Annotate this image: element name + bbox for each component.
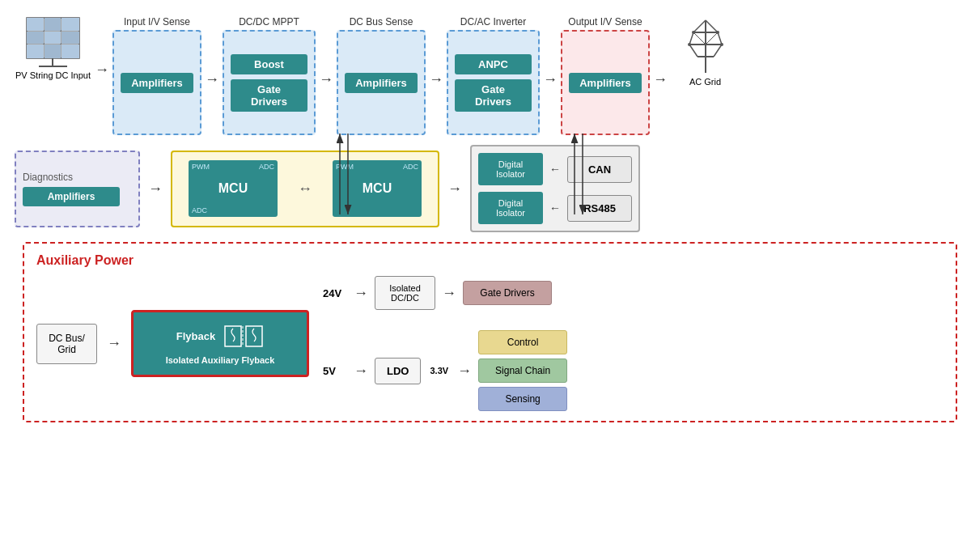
svg-rect-13 (61, 45, 79, 58)
inverter-anpc: ANPC (455, 54, 532, 74)
control-target: Control (478, 330, 567, 354)
svg-rect-6 (45, 18, 61, 31)
diagnostics-amplifiers: Amplifiers (23, 187, 120, 206)
dcbus-amplifiers: Amplifiers (345, 73, 418, 93)
arrow-dcdc-to-targets: → (442, 285, 456, 302)
svg-point-30 (688, 43, 691, 46)
rs485-box: RS485 (567, 195, 632, 222)
svg-line-25 (714, 45, 722, 57)
isolated-dcdc-label: Isolated DC/DC (389, 283, 421, 303)
inverter-label: DC/AC Inverter (460, 16, 526, 28)
svg-line-24 (689, 45, 698, 57)
arrow-mppt-to-dcbus: → (319, 71, 333, 88)
mppt-label: DC/DC MPPT (239, 16, 299, 28)
svg-line-27 (706, 32, 718, 45)
svg-point-31 (720, 43, 723, 46)
inverter-gate-drivers: Gate Drivers (455, 79, 532, 112)
arrow-mcu1-to-mcu2: ↔ (298, 180, 312, 197)
v5-label: 5V (323, 365, 347, 377)
svg-rect-11 (27, 45, 44, 58)
ldo-box: LDO (375, 358, 421, 384)
signal-chain-label: Signal Chain (495, 365, 550, 376)
input-amplifiers: Amplifiers (121, 73, 193, 93)
signal-chain-target: Signal Chain (478, 358, 567, 383)
arrow-pv-to-input: → (95, 62, 109, 78)
v33-label: 3.3V (430, 366, 448, 375)
ac-grid-icon (677, 16, 734, 77)
mcu2-main-label: MCU (363, 181, 392, 196)
aux-power-title: Auxiliary Power (36, 253, 943, 268)
svg-rect-9 (45, 32, 61, 44)
svg-line-20 (693, 20, 706, 32)
auxiliary-power-section: Auxiliary Power DC Bus/ Grid → Flyback (23, 242, 957, 422)
mcu2-pwm-label: PWM (336, 163, 354, 171)
arrow-diag-to-mcu: → (148, 180, 163, 197)
ldo-label: LDO (387, 365, 409, 377)
arrow-output-to-grid: → (653, 71, 668, 88)
arrow-iso1: ← (549, 163, 561, 176)
dcbus-sense-block: DC Bus Sense Amplifiers (337, 16, 426, 135)
arrow-dcbus-to-flyback: → (107, 335, 121, 352)
gate-drivers-target-label: Gate Drivers (480, 287, 534, 299)
diagnostics-label: Diagnostics (23, 172, 73, 183)
mcu1-adc-label-bl: ADC (192, 206, 207, 214)
ac-grid-label: AC Grid (689, 77, 721, 87)
dcdc-mppt-block: DC/DC MPPT Boost Gate Drivers (223, 16, 316, 135)
svg-rect-5 (27, 18, 44, 31)
input-iv-sense-block: Input I/V Sense Amplifiers (112, 16, 201, 135)
arrow-mcu2-to-comms: → (447, 180, 462, 197)
pv-string-block: PV String DC Input (15, 16, 91, 80)
svg-line-21 (706, 20, 718, 32)
rs485-row: Digital Isolator ← RS485 (478, 192, 632, 224)
v24-label: 24V (323, 287, 347, 299)
pv-icon (23, 16, 83, 69)
flyback-subtitle: Isolated Auxiliary Flyback (166, 355, 275, 365)
comms-section: Digital Isolator ← CAN Digital Isolator … (470, 145, 640, 232)
transformer-icon (223, 322, 264, 350)
can-box: CAN (567, 156, 632, 183)
dcac-inverter-block: DC/AC Inverter ANPC Gate Drivers (447, 16, 540, 135)
arrow-inverter-to-output: → (543, 71, 558, 88)
output-iv-sense-block: Output I/V Sense Amplifiers (561, 16, 650, 135)
flyback-block: Flyback Isolated Auxiliary Flyback (131, 310, 309, 377)
arrow-5v: → (354, 363, 368, 380)
digital-isolator-2: Digital Isolator (478, 192, 543, 224)
mcu2-block: PWM ADC MCU (333, 160, 422, 217)
mppt-boost: Boost (231, 54, 307, 74)
diagram-container: PV String DC Input → Input I/V Sense Amp… (0, 0, 971, 560)
gate-drivers-target: Gate Drivers (463, 281, 552, 305)
output-iv-label: Output I/V Sense (568, 16, 642, 28)
dc-bus-grid-label: DC Bus/ Grid (49, 333, 85, 355)
dc-bus-grid-box: DC Bus/ Grid (36, 324, 97, 364)
digital-isolator-1: Digital Isolator (478, 153, 543, 185)
can-row: Digital Isolator ← CAN (478, 153, 632, 185)
dcbus-label: DC Bus Sense (350, 16, 413, 28)
sensing-label: Sensing (505, 393, 540, 405)
svg-rect-8 (27, 32, 44, 44)
svg-line-22 (689, 32, 693, 45)
svg-point-29 (716, 31, 719, 34)
input-iv-label: Input I/V Sense (124, 16, 190, 28)
isolated-dcdc-box: Isolated DC/DC (375, 276, 435, 310)
control-label: Control (507, 337, 539, 348)
output-amplifiers: Amplifiers (569, 73, 642, 93)
svg-line-26 (693, 32, 706, 45)
svg-line-23 (718, 32, 722, 45)
svg-rect-10 (61, 32, 79, 44)
arrow-dcbus-to-inverter: → (429, 71, 443, 88)
mcu1-block: PWM ADC ADC MCU (189, 160, 278, 217)
diagnostics-block: Diagnostics Amplifiers (15, 151, 140, 227)
svg-point-28 (692, 31, 695, 34)
svg-rect-12 (45, 45, 61, 58)
mcu1-main-label: MCU (218, 181, 248, 196)
mcu-section: PWM ADC ADC MCU ↔ PWM ADC MCU (171, 151, 439, 227)
mcu1-pwm-label: PWM (192, 163, 210, 171)
arrow-24v: → (354, 285, 368, 302)
mppt-gate-drivers: Gate Drivers (231, 79, 307, 112)
flyback-label: Flyback (176, 330, 215, 342)
ac-grid-block: AC Grid (671, 16, 740, 87)
arrow-input-to-mppt: → (205, 71, 219, 88)
sensing-target: Sensing (478, 387, 567, 411)
arrow-ldo-to-targets: → (457, 363, 472, 380)
arrow-iso2: ← (549, 202, 561, 214)
